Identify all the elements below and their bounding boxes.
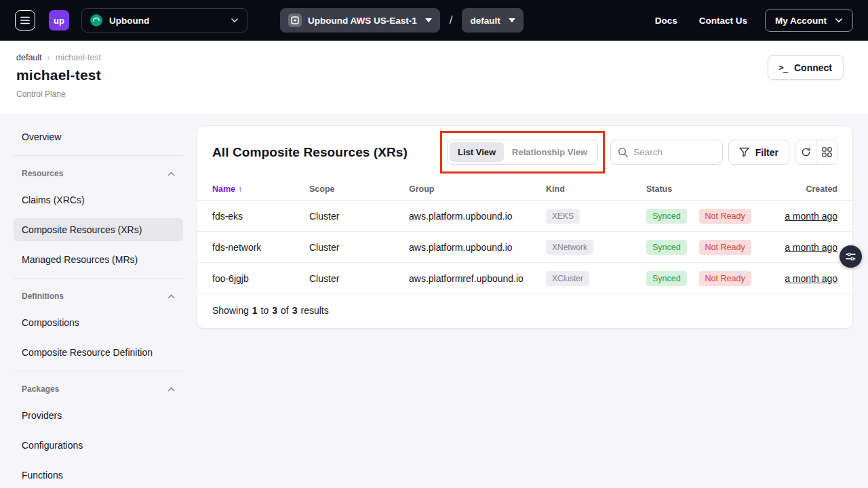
contact-us-link[interactable]: Contact Us xyxy=(699,16,747,26)
status-badge-synced: Synced xyxy=(646,240,687,255)
refresh-icon xyxy=(801,147,811,157)
funnel-icon xyxy=(739,147,749,157)
cell-group: aws.platformref.upbound.io xyxy=(409,273,546,284)
breadcrumb-current: michael-test xyxy=(56,53,101,62)
view-toggle: List View Relationship View xyxy=(447,140,598,165)
section-label: Definitions xyxy=(22,291,64,301)
sidebar-item-composite-resource-definition[interactable]: Composite Resource Definition xyxy=(14,341,183,364)
connect-button[interactable]: >_ Connect xyxy=(768,55,844,80)
status-badge-not-ready: Not Ready xyxy=(699,240,751,255)
search-input[interactable] xyxy=(633,147,715,157)
list-view-tab[interactable]: List View xyxy=(450,142,504,162)
column-header-name[interactable]: Name ↑ xyxy=(212,184,309,194)
sidebar-item-managed-resources[interactable]: Managed Resources (MRs) xyxy=(14,248,183,271)
table-header-row: Name ↑ Scope Group Kind Status Created xyxy=(197,178,852,200)
cell-scope: Cluster xyxy=(309,273,409,284)
widgets-icon xyxy=(822,147,832,157)
sidebar-item-composite-resources[interactable]: Composite Resources (XRs) xyxy=(14,218,183,241)
kind-badge: XCluster xyxy=(546,271,589,286)
sidebar-section-packages[interactable]: Packages xyxy=(14,382,183,396)
table-row[interactable]: fds-eks Cluster aws.platform.upbound.io … xyxy=(197,200,852,231)
refresh-button[interactable] xyxy=(795,140,816,164)
relationship-view-tab[interactable]: Relationship View xyxy=(504,142,595,162)
control-plane-selector[interactable]: Upbound AWS US-East-1 xyxy=(280,8,440,33)
control-plane-label: Upbound AWS US-East-1 xyxy=(308,16,417,26)
connect-button-label: Connect xyxy=(794,62,832,73)
cell-kind: XEKS xyxy=(546,209,646,224)
column-header-created[interactable]: Created xyxy=(779,184,837,194)
caret-down-icon xyxy=(509,18,515,22)
upbound-logo[interactable]: up xyxy=(49,10,69,30)
cell-status: Synced Not Ready xyxy=(646,209,779,224)
namespace-label: default xyxy=(470,16,500,26)
path-separator: / xyxy=(450,14,453,27)
divider xyxy=(14,371,183,371)
search-icon xyxy=(618,147,628,157)
cell-name: fds-network xyxy=(212,242,309,253)
column-header-scope[interactable]: Scope xyxy=(309,184,409,194)
breadcrumb-root[interactable]: default xyxy=(16,53,42,62)
cell-name: fds-eks xyxy=(212,211,309,222)
breadcrumb-separator-icon: › xyxy=(47,53,50,62)
my-account-label: My Account xyxy=(775,16,827,26)
composite-resources-panel: All Composite Resources (XRs) List View … xyxy=(197,125,853,329)
cell-group: aws.platform.upbound.io xyxy=(409,211,546,222)
cell-created: a month ago xyxy=(779,273,837,284)
chevron-up-icon xyxy=(167,294,175,299)
column-header-status[interactable]: Status xyxy=(646,184,779,194)
sidebar-section-definitions[interactable]: Definitions xyxy=(14,289,183,303)
search-box xyxy=(610,140,723,165)
sidebar-item-compositions[interactable]: Compositions xyxy=(14,311,183,334)
table-row[interactable]: fds-network Cluster aws.platform.upbound… xyxy=(197,231,852,262)
created-time-link[interactable]: a month ago xyxy=(785,211,837,222)
cell-kind: XCluster xyxy=(546,271,646,286)
sidebar-item-claims[interactable]: Claims (XRCs) xyxy=(14,188,183,211)
sidebar-item-configurations[interactable]: Configurations xyxy=(14,434,183,457)
sidebar-item-functions[interactable]: Functions xyxy=(14,464,183,487)
kind-badge: XNetwork xyxy=(546,240,593,255)
page-title: michael-test xyxy=(16,67,852,83)
tune-icon xyxy=(846,252,856,261)
panel-title: All Composite Resources (XRs) xyxy=(212,145,408,160)
hamburger-icon xyxy=(20,16,30,24)
sidebar: Overview Resources Claims (XRCs) Composi… xyxy=(14,125,183,488)
column-header-kind[interactable]: Kind xyxy=(546,184,646,194)
widgets-button[interactable] xyxy=(816,140,837,164)
column-header-group[interactable]: Group xyxy=(409,184,546,194)
cell-kind: XNetwork xyxy=(546,240,646,255)
page: up Upbound Upbound AWS US-East-1 / defau… xyxy=(0,0,868,488)
divider xyxy=(14,278,183,279)
quick-panel-button[interactable] xyxy=(840,245,862,268)
caret-down-icon xyxy=(425,18,432,22)
created-time-link[interactable]: a month ago xyxy=(785,242,837,253)
table-row[interactable]: foo-6jgjb Cluster aws.platformref.upboun… xyxy=(197,262,852,293)
sidebar-item-providers[interactable]: Providers xyxy=(14,404,183,427)
menu-button[interactable] xyxy=(15,10,35,30)
created-time-link[interactable]: a month ago xyxy=(785,273,837,284)
page-header: default › michael-test michael-test Cont… xyxy=(0,41,868,115)
organization-icon xyxy=(90,14,102,26)
chevron-up-icon xyxy=(167,387,175,392)
terminal-icon: >_ xyxy=(779,63,787,73)
chevron-down-icon xyxy=(231,18,239,23)
cell-status: Synced Not Ready xyxy=(646,271,779,286)
filter-button[interactable]: Filter xyxy=(728,140,789,165)
organization-label: Upbound xyxy=(109,16,149,26)
organization-selector[interactable]: Upbound xyxy=(81,8,248,33)
cell-scope: Cluster xyxy=(309,242,409,253)
namespace-selector[interactable]: default xyxy=(462,8,523,33)
kind-badge: XEKS xyxy=(546,209,580,224)
docs-link[interactable]: Docs xyxy=(655,16,677,26)
my-account-button[interactable]: My Account xyxy=(765,9,853,32)
top-navigation-bar: up Upbound Upbound AWS US-East-1 / defau… xyxy=(0,0,868,41)
section-label: Resources xyxy=(22,169,63,178)
sidebar-item-overview[interactable]: Overview xyxy=(14,125,183,148)
table-actions xyxy=(795,140,837,165)
cell-created: a month ago xyxy=(779,242,837,253)
cell-status: Synced Not Ready xyxy=(646,240,779,255)
sidebar-section-resources[interactable]: Resources xyxy=(14,167,183,180)
section-label: Packages xyxy=(22,384,59,394)
page-subtitle: Control Plane xyxy=(16,89,852,99)
divider xyxy=(14,155,183,156)
breadcrumb: default › michael-test xyxy=(16,53,852,62)
